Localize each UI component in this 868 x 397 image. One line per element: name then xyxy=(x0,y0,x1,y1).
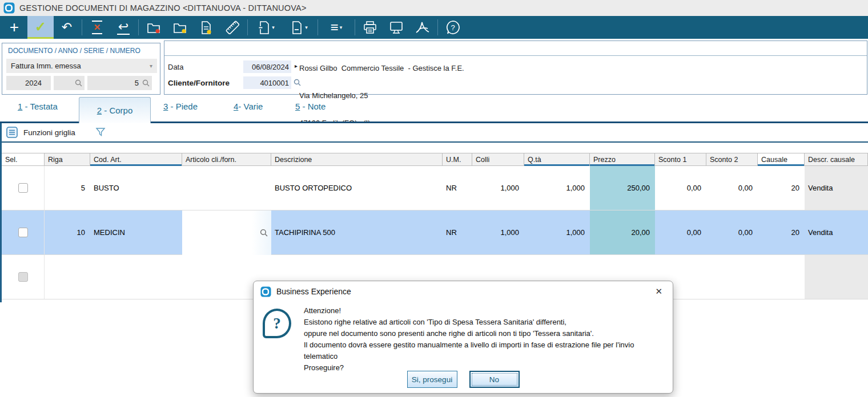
yes-proceed-button[interactable]: Si, prosegui xyxy=(407,371,457,388)
qta-cell[interactable]: 1,000 xyxy=(524,166,590,210)
descr-causale-cell[interactable] xyxy=(805,255,868,299)
riga-cell[interactable]: 10 xyxy=(45,210,90,254)
serie-field[interactable] xyxy=(54,76,85,90)
col-header-cod-art[interactable]: Cod. Art. xyxy=(90,153,182,165)
toolbar-separator xyxy=(355,19,355,35)
grid-functions-label[interactable]: Funzioni griglia xyxy=(23,128,75,137)
undo-icon: ↶ xyxy=(62,21,72,34)
magnifier-icon[interactable] xyxy=(75,79,82,87)
add-button[interactable]: + xyxy=(1,16,27,39)
row-select-cell xyxy=(2,210,45,254)
col-header-descrizione[interactable]: Descrizione xyxy=(271,153,443,165)
tabstrip: 1 - Testata 2 - Corpo 3 - Piede 4- Varie… xyxy=(0,97,868,123)
col-header-articolo[interactable]: Articolo cli./forn. xyxy=(182,153,271,165)
data-value: 06/08/2024 xyxy=(252,63,289,71)
grid-gap xyxy=(2,143,868,153)
magnifier-icon[interactable] xyxy=(260,229,268,237)
articolo-cell[interactable] xyxy=(182,166,271,210)
cod-art-cell[interactable] xyxy=(90,255,182,299)
row-checkbox[interactable] xyxy=(18,272,28,282)
descr-causale-cell[interactable]: Vendita xyxy=(805,210,868,254)
tab-piede[interactable]: 3 - Piede xyxy=(163,102,198,111)
dialog-message-line: Attenzione! xyxy=(304,305,664,317)
cod-art-cell[interactable]: MEDICIN xyxy=(90,210,182,254)
col-header-sel[interactable]: Sel. xyxy=(2,153,45,165)
help-button[interactable]: ? xyxy=(440,16,466,39)
col-header-qta[interactable]: Q.tà xyxy=(524,153,590,165)
document-type-select[interactable]: Fattura Imm. emessa ▾ xyxy=(6,59,157,73)
causale-cell[interactable]: 20 xyxy=(758,166,805,210)
qta-cell[interactable]: 1,000 xyxy=(524,210,590,254)
pdf-button[interactable] xyxy=(409,16,436,39)
cod-art-cell[interactable]: BUSTO xyxy=(90,166,182,210)
sconto1-cell[interactable]: 0,00 xyxy=(655,166,706,210)
print-button[interactable] xyxy=(357,16,383,39)
sconto2-cell[interactable]: 0,00 xyxy=(706,166,758,210)
tab-corpo[interactable]: 2 - Corpo xyxy=(79,97,151,123)
sconto2-cell[interactable] xyxy=(706,255,758,299)
um-cell[interactable]: NR xyxy=(443,210,472,254)
col-header-um[interactable]: U.M. xyxy=(443,153,472,165)
question-icon: ? xyxy=(263,309,291,338)
grid-header-row: Sel. Riga Cod. Art. Articolo cli./forn. … xyxy=(2,153,868,166)
row-checkbox[interactable] xyxy=(18,228,28,237)
prezzo-cell[interactable]: 250,00 xyxy=(590,166,655,210)
descr-causale-cell[interactable]: Vendita xyxy=(805,166,868,210)
col-header-prezzo[interactable]: Prezzo xyxy=(590,153,655,165)
col-header-sconto1[interactable]: Sconto 1 xyxy=(655,153,706,165)
preview-button[interactable] xyxy=(383,16,409,39)
open-document-button[interactable] xyxy=(140,16,167,39)
descrizione-cell[interactable]: TACHIPIRINA 500 xyxy=(271,210,443,254)
close-icon[interactable]: ✕ xyxy=(652,285,666,298)
articolo-editor-cell[interactable] xyxy=(182,210,271,255)
descrizione-cell[interactable]: BUSTO ORTOPEDICO xyxy=(271,166,443,210)
revert-row-button[interactable]: ↩ xyxy=(110,16,136,39)
no-button[interactable]: No xyxy=(469,371,520,388)
tab-varie[interactable]: 4- Varie xyxy=(234,102,263,111)
cliente-fornitore-label: Cliente/Fornitore xyxy=(168,79,230,87)
window-title: GESTIONE DOCUMENTI DI MAGAZZINO <DITTANU… xyxy=(19,3,307,13)
col-header-colli[interactable]: Colli xyxy=(472,153,524,165)
anno-field[interactable]: 2024 xyxy=(6,76,51,90)
hamburger-icon: ≡ xyxy=(331,22,338,33)
dialog-message: Attenzione! Esistono righe relative ad a… xyxy=(304,305,664,374)
table-row[interactable]: 5 BUSTO BUSTO ORTOPEDICO NR 1,000 1,000 … xyxy=(2,166,868,210)
tab-testata[interactable]: 1 - Testata xyxy=(18,102,58,111)
anno-serie-numero-row: 2024 5 xyxy=(6,76,157,90)
delete-row-button[interactable]: ✕ xyxy=(84,16,110,39)
open-document-alt-button[interactable] xyxy=(167,16,193,39)
measure-button[interactable] xyxy=(219,16,246,39)
causale-cell[interactable]: 20 xyxy=(758,210,805,254)
chevron-down-icon: ▾ xyxy=(150,63,152,69)
menu-button[interactable]: ≡ ▾ xyxy=(320,16,353,39)
colli-cell[interactable]: 1,000 xyxy=(472,210,524,254)
riga-cell[interactable] xyxy=(45,255,90,299)
col-header-sconto2[interactable]: Sconto 2 xyxy=(706,153,758,165)
prezzo-cell[interactable]: 20,00 xyxy=(590,210,655,254)
undo-button[interactable]: ↶ xyxy=(54,16,80,39)
magnifier-icon[interactable] xyxy=(142,79,150,87)
dialog-buttons: Si, prosegui No xyxy=(254,371,673,388)
table-row-selected[interactable]: 10 MEDICIN TACHIPIRINA 500 NR 1,000 1,00… xyxy=(2,210,868,255)
filter-funnel-icon[interactable] xyxy=(95,127,106,138)
sconto1-cell[interactable]: 0,00 xyxy=(655,210,706,254)
sconto2-cell[interactable]: 0,00 xyxy=(706,210,758,254)
um-cell[interactable]: NR xyxy=(443,166,472,210)
tab-note[interactable]: 5 - Note xyxy=(295,102,326,111)
data-field[interactable]: 06/08/2024 xyxy=(243,60,291,73)
new-document-button[interactable] xyxy=(193,16,219,39)
confirm-button[interactable]: ✓ xyxy=(27,16,54,39)
col-header-descr-causale[interactable]: Descr. causale xyxy=(805,153,868,165)
numero-field[interactable]: 5 xyxy=(87,76,152,90)
cliente-fornitore-field[interactable]: 4010001 xyxy=(243,76,291,89)
date-expand-arrow-icon[interactable]: ▸ xyxy=(295,63,298,69)
export-document-button[interactable]: ▾ xyxy=(250,16,283,39)
causale-cell[interactable] xyxy=(758,255,805,299)
grid-functions-icon[interactable] xyxy=(6,127,18,138)
col-header-causale[interactable]: Causale xyxy=(758,153,805,165)
row-checkbox[interactable] xyxy=(18,183,28,193)
riga-cell[interactable]: 5 xyxy=(45,166,90,210)
colli-cell[interactable]: 1,000 xyxy=(472,166,524,210)
export-document-alt-button[interactable]: ▾ xyxy=(283,16,316,39)
col-header-riga[interactable]: Riga xyxy=(45,153,90,165)
